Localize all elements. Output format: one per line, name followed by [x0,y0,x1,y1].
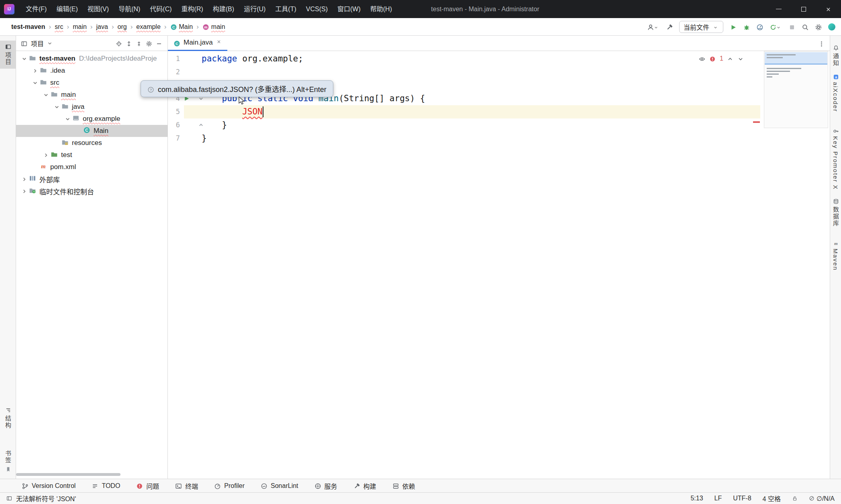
breadcrumb-item[interactable]: mmain [202,23,225,31]
menu-item[interactable]: 帮助(H) [365,0,397,18]
tool-button-服务[interactable]: 服务 [314,481,337,491]
tool-button-构建[interactable]: 构建 [353,481,376,491]
breadcrumb-item[interactable]: org [118,23,127,31]
memory-widget[interactable]: ∅/N/A [809,495,835,502]
line-number[interactable]: 7 [168,132,180,145]
line-number[interactable]: 6 [168,118,180,132]
debug-button[interactable] [743,24,750,31]
tool-button-sonarlint[interactable]: SonarLint [261,482,298,490]
line-number[interactable]: 5 [168,105,180,118]
menu-item[interactable]: VCS(S) [301,0,333,18]
line-number[interactable]: 1 [168,52,180,65]
tool-button-project[interactable]: 项目 [0,41,16,69]
menu-item[interactable]: 运行(U) [239,0,270,18]
next-error-button[interactable] [737,55,744,62]
import-hint-popup[interactable]: ? com.alibaba.fastjson2.JSON? (多重选择...) … [141,80,333,97]
tool-button-version-control[interactable]: Version Control [22,482,76,490]
code-line[interactable]: 5 JSON [168,105,830,118]
user-button[interactable] [647,24,659,31]
tree-row[interactable]: test-mavenD:\IdeaProjects\IdeaProje [16,53,167,65]
code-editor[interactable]: 1package org.example;23public class Main… [168,51,830,479]
tool-button-bookmarks[interactable]: 书签 [0,450,16,472]
tree-row[interactable]: .idea [16,65,167,77]
breadcrumb-item[interactable]: example [136,23,160,31]
chevron-right-icon[interactable] [19,176,29,182]
tool-button-maven[interactable]: mMaven [830,241,841,271]
tool-windows-icon[interactable] [6,496,12,501]
tool-button-aixcoder[interactable]: aaiXcoder [830,74,841,112]
breadcrumb-item[interactable]: main [73,23,87,31]
tool-button-todo[interactable]: TODO [92,482,120,490]
maximize-button[interactable] [791,0,816,18]
tool-button-问题[interactable]: 问题 [136,481,159,491]
hide-panel-button[interactable] [156,40,163,47]
code-line[interactable]: 6 } [168,118,830,132]
chevron-right-icon[interactable] [30,68,40,74]
expand-all-button[interactable] [126,40,133,47]
horizontal-scrollbar[interactable] [16,473,120,476]
close-icon[interactable] [216,39,222,47]
profiler-button[interactable] [756,24,763,31]
menu-item[interactable]: 窗口(W) [333,0,365,18]
minimap[interactable] [764,51,828,128]
plugin-circle-icon[interactable] [828,23,835,31]
prev-error-button[interactable] [727,55,734,62]
run-config-select[interactable]: 当前文件 [679,21,723,33]
settings-button[interactable] [815,24,822,31]
collapse-all-button[interactable] [136,40,143,47]
chevron-down-icon[interactable] [30,80,40,86]
rerun-button[interactable] [770,24,782,31]
tree-row[interactable]: CMain [16,125,167,137]
code-line[interactable]: 2 [168,65,830,79]
close-button[interactable] [816,0,841,18]
chevron-down-icon[interactable] [19,56,29,62]
menu-item[interactable]: 代码(C) [145,0,176,18]
tree-row[interactable]: resources [16,137,167,149]
chevron-right-icon[interactable] [19,188,29,194]
chevron-down-icon[interactable] [63,116,72,122]
tool-button-profiler[interactable]: Profiler [214,482,245,490]
chevron-down-icon[interactable] [52,104,61,110]
breadcrumb-item[interactable]: src [55,23,63,31]
menu-item[interactable]: 文件(F) [21,0,51,18]
highlight-level-icon[interactable] [699,55,706,62]
tab-bar-options[interactable] [818,39,830,47]
tab-main-java[interactable]: C Main.java [168,36,227,51]
line-separator-widget[interactable]: LF [714,495,722,502]
panel-settings-button[interactable] [146,40,153,47]
caret-position-widget[interactable]: 5:13 [690,495,703,502]
menu-item[interactable]: 重构(R) [177,0,208,18]
tool-button-key-promoter-x[interactable]: Key Promoter X [830,128,841,190]
menu-item[interactable]: 工具(T) [270,0,301,18]
encoding-widget[interactable]: UTF-8 [733,495,751,502]
tree-row[interactable]: test [16,149,167,161]
tool-button-终端[interactable]: 终端 [175,481,198,491]
indent-widget[interactable]: 4 空格 [763,494,781,503]
build-project-button[interactable] [666,24,673,31]
locate-file-button[interactable] [116,40,122,47]
tree-row[interactable]: 外部库 [16,173,167,185]
lock-icon[interactable] [792,496,798,501]
menu-item[interactable]: 构建(B) [208,0,239,18]
run-button[interactable] [730,24,737,31]
tree-row[interactable]: org.example [16,113,167,125]
tree-row[interactable]: java [16,101,167,113]
line-number[interactable]: 2 [168,65,180,79]
menu-item[interactable]: 视图(V) [83,0,114,18]
menu-item[interactable]: 编辑(E) [51,0,82,18]
tree-row[interactable]: 临时文件和控制台 [16,185,167,197]
tool-button-structure[interactable]: 结构 [0,407,16,429]
tool-button-通知[interactable]: 通知 [830,45,841,67]
chevron-down-icon[interactable] [47,41,53,46]
stop-button[interactable] [788,24,795,31]
tool-button-数据库[interactable]: 数据库 [830,198,841,227]
minimize-button[interactable] [766,0,791,18]
search-everywhere-button[interactable] [802,24,808,31]
fold-marker[interactable] [198,122,204,129]
tree-row[interactable]: mpom.xml [16,161,167,173]
breadcrumb-item[interactable]: CMain [170,23,193,31]
code-line[interactable]: 7} [168,132,830,145]
chevron-down-icon[interactable] [41,92,51,98]
menu-item[interactable]: 导航(N) [114,0,145,18]
breadcrumb-item[interactable]: java [96,23,108,31]
